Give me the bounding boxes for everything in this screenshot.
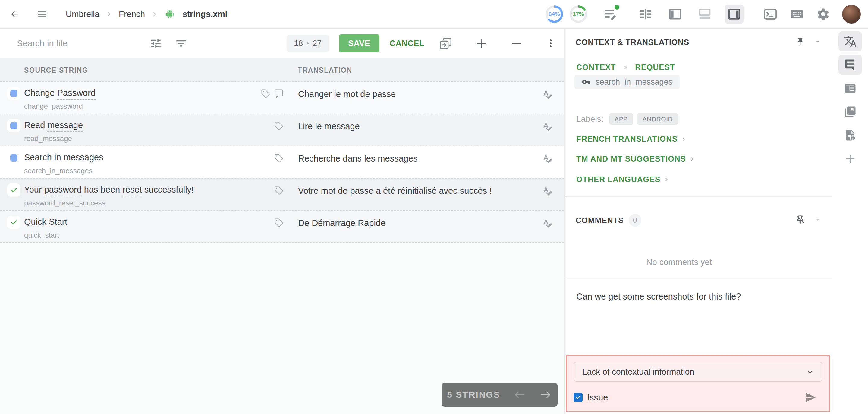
plus-icon <box>844 153 856 165</box>
search-input[interactable]: Search in file <box>17 38 150 49</box>
edit-strings-button[interactable] <box>603 6 618 22</box>
breadcrumb-project[interactable]: Umbrella <box>66 9 99 19</box>
back-button[interactable] <box>9 9 21 20</box>
string-identifier: password_reset_success <box>24 199 253 207</box>
pin-panel-button[interactable] <box>796 37 805 47</box>
source-string-text: Your password has been reset successfull… <box>24 185 253 195</box>
issue-checkbox-label: Issue <box>587 392 608 403</box>
sidebar-add-panel-button[interactable] <box>838 149 862 169</box>
comments-header: COMMENTS 0 <box>576 214 822 227</box>
tag-icon <box>274 121 283 130</box>
breadcrumb-language[interactable]: French <box>119 9 145 19</box>
sidebar-comments-button[interactable] <box>838 55 862 75</box>
chevron-right-small-icon <box>689 156 695 162</box>
issue-report-box: Lack of contextual information Issue <box>566 355 830 412</box>
translation-text: Votre mot de passe a été réinitialisé av… <box>298 186 492 196</box>
kebab-menu-icon <box>546 37 556 50</box>
previous-page-button[interactable] <box>513 389 526 400</box>
zoom-out-button[interactable] <box>510 37 523 50</box>
source-string-text: Search in messages <box>24 153 253 162</box>
sidebar-terms-button[interactable] <box>838 78 862 98</box>
cancel-button[interactable]: CANCEL <box>390 39 425 48</box>
console-button[interactable] <box>763 7 778 22</box>
comment-input-divider <box>565 279 832 279</box>
status-active-icon <box>7 119 21 132</box>
breadcrumb-file[interactable]: strings.xml <box>182 9 227 19</box>
chevron-right-small-icon <box>663 177 670 183</box>
comment-icon <box>274 89 283 98</box>
zoom-in-button[interactable] <box>475 37 488 50</box>
collapse-panel-button[interactable] <box>814 38 822 47</box>
string-identifier: read_message <box>24 134 253 143</box>
view-bottom-panel-button[interactable] <box>695 4 714 24</box>
right-sidebar <box>832 29 868 414</box>
key-icon <box>582 77 591 87</box>
issue-type-select[interactable]: Lack of contextual information <box>574 362 823 382</box>
other-languages-link[interactable]: OTHER LANGUAGES <box>576 175 670 184</box>
sidebar-file-info-button[interactable] <box>838 125 862 145</box>
hamburger-icon <box>36 9 48 19</box>
source-column-header: SOURCE STRING <box>24 66 88 74</box>
shortcuts-button[interactable] <box>789 7 804 22</box>
menu-button[interactable] <box>36 9 48 19</box>
tag-icon <box>274 154 283 163</box>
editor-toolbar: Search in file 18 • 27 SAVE CANCEL <box>0 29 564 58</box>
strings-count-label: 5 STRINGS <box>447 390 500 400</box>
string-badges <box>255 89 283 98</box>
chevron-down-icon <box>814 216 822 224</box>
source-string-text: Read message <box>24 120 253 130</box>
sidebar-related-strings-button[interactable] <box>838 102 862 122</box>
user-avatar[interactable] <box>842 5 861 24</box>
copy-source-button[interactable] <box>439 36 453 50</box>
translated-progress-ring[interactable]: 64% <box>546 5 563 23</box>
translation-text: Changer le mot de passe <box>298 89 396 99</box>
spellcheck-icon <box>542 218 552 228</box>
more-options-button[interactable] <box>546 37 556 50</box>
approved-progress-ring[interactable]: 17% <box>569 5 587 23</box>
spellcheck-icon <box>542 154 552 163</box>
comment-bubble-icon <box>844 59 857 71</box>
plus-icon <box>475 37 488 50</box>
tm-mt-suggestions-link[interactable]: TM AND MT SUGGESTIONS <box>576 154 695 164</box>
status-active-icon <box>7 151 21 164</box>
string-badges <box>255 186 283 195</box>
string-row-read_message[interactable]: Read messageread_messageLire le message <box>0 114 564 146</box>
right-panel-view-icon <box>727 7 741 21</box>
french-translations-link[interactable]: FRENCH TRANSLATIONS <box>576 134 687 144</box>
source-string-text: Change Password <box>24 88 253 98</box>
comment-input[interactable]: Can we get some screenshots for this fil… <box>576 292 814 301</box>
counter-current: 18 <box>294 39 303 48</box>
label-android: ANDROID <box>638 113 678 125</box>
filter-button[interactable] <box>175 37 187 50</box>
pin-icon <box>796 37 805 46</box>
strings-count-pill: 5 STRINGS <box>441 383 558 407</box>
gear-icon <box>816 7 830 21</box>
string-row-password_reset_success[interactable]: Your password has been reset successfull… <box>0 178 564 210</box>
labels-caption: Labels: <box>576 114 603 124</box>
spellcheck-icon <box>542 121 552 131</box>
notification-dot <box>614 4 620 10</box>
string-row-quick_start[interactable]: Quick Startquick_startDe Démarrage Rapid… <box>0 210 564 243</box>
check-icon <box>575 394 581 401</box>
save-button[interactable]: SAVE <box>339 34 379 53</box>
unpin-comments-button[interactable] <box>796 215 805 225</box>
view-side-by-side-button[interactable] <box>665 4 685 24</box>
tab-request[interactable]: REQUEST <box>635 63 675 72</box>
spellcheck-icon <box>542 89 552 99</box>
string-row-search_in_messages[interactable]: Search in messagessearch_in_messagesRech… <box>0 146 564 178</box>
string-key-pill: search_in_messages <box>575 75 680 89</box>
issue-checkbox[interactable] <box>574 393 583 402</box>
view-right-panel-button[interactable] <box>724 4 744 24</box>
advanced-filter-button[interactable] <box>150 37 162 50</box>
chevron-right-small-icon <box>681 136 687 142</box>
next-page-button[interactable] <box>539 389 552 400</box>
string-row-change_password[interactable]: Change Passwordchange_passwordChanger le… <box>0 82 564 114</box>
tab-context[interactable]: CONTEXT <box>576 63 616 72</box>
collapse-comments-button[interactable] <box>814 216 822 225</box>
translate-icon <box>844 35 857 48</box>
view-comfortable-button[interactable] <box>636 4 655 24</box>
send-comment-button[interactable] <box>803 391 818 404</box>
sidebar-translations-button[interactable] <box>838 31 862 51</box>
settings-button[interactable] <box>816 7 830 21</box>
topbar-tools <box>763 5 861 24</box>
